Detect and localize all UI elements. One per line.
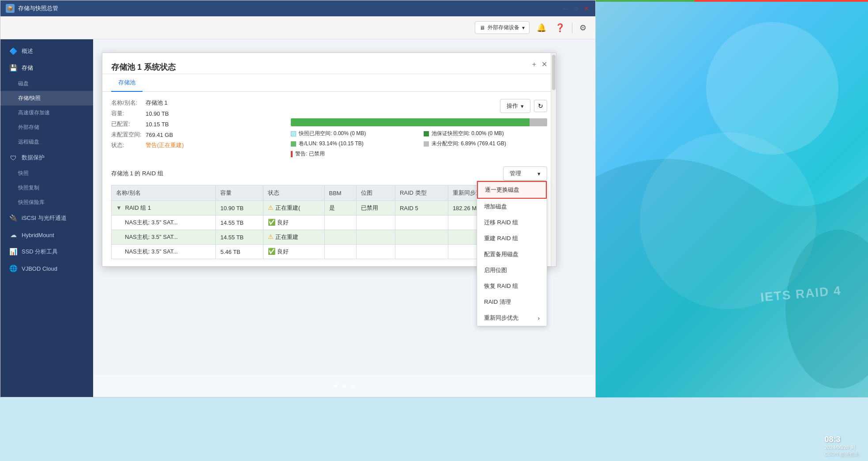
table-cell-status: ⚠ 正在重建	[263, 230, 324, 245]
dialog-title: 存储池 1 系统状态	[111, 62, 176, 72]
col-header-bitmap: 位图	[356, 185, 395, 201]
storage-viz: 快照已用空间: 0.00% (0 MB) 池保证快照空间: 0.00% (0 M…	[291, 118, 547, 158]
sidebar-item-disk[interactable]: 磁盘	[0, 76, 93, 91]
legend-grid: 快照已用空间: 0.00% (0 MB) 池保证快照空间: 0.00% (0 M…	[291, 130, 547, 158]
table-cell-bitmap	[356, 230, 395, 245]
table-cell-raid-type	[395, 215, 448, 230]
dropdown-item-rebuild-raid[interactable]: 重建 RAID 组	[477, 230, 547, 246]
legend-dot-dark-green	[424, 131, 429, 136]
hybrid-icon: ☁	[9, 231, 17, 239]
clock-date: 2024/06/28 周	[825, 444, 859, 451]
help-button[interactable]: ❓	[553, 21, 567, 34]
dialog-plus-button[interactable]: +	[532, 60, 536, 68]
sidebar-item-remote-disk[interactable]: 远程磁盘	[0, 135, 93, 149]
ssd-icon: 📊	[9, 248, 17, 256]
legend-snapshot-used-label: 快照已用空间: 0.00% (0 MB)	[299, 130, 366, 137]
status-label: 状态:	[111, 141, 142, 149]
table-cell-bitmap: 已禁用	[356, 201, 395, 215]
manage-dropdown: 逐一更换磁盘 增加磁盘 迁移 RAID 组 重建 RAID 组	[477, 181, 547, 326]
table-cell-status: ✅ 良好	[263, 245, 324, 259]
sidebar-item-hybrid[interactable]: ☁ HybridMount	[0, 227, 93, 243]
manage-btn-label: 管理	[510, 170, 521, 178]
dialog-close-button[interactable]: ✕	[541, 60, 547, 68]
clock-area: 08:3 2024/06/28 周 CSDN @清色生	[825, 435, 859, 457]
table-cell-capacity: 14.55 TB	[216, 215, 263, 230]
bg-svg	[596, 0, 868, 397]
sidebar-item-storage-snapshot[interactable]: 存储/快照	[0, 91, 93, 106]
legend-warning: 警告: 已禁用	[291, 150, 414, 158]
sidebar-item-iscsi[interactable]: 🔌 iSCSI 与光纤通道	[0, 210, 93, 227]
maximize-button[interactable]: □	[572, 5, 579, 12]
sidebar-item-snapshot-vault[interactable]: 快照保险库	[0, 195, 93, 210]
action-chevron-icon: ▾	[521, 103, 524, 110]
table-cell-name: NAS主机: 3.5" SAT...	[112, 215, 216, 230]
legend-pool-guaranteed: 池保证快照空间: 0.00% (0 MB)	[424, 130, 547, 137]
sidebar-item-cache[interactable]: 高速缓存加速	[0, 106, 93, 120]
dialog-header-icons: + ✕	[532, 60, 547, 68]
toolbar-right: 🖥 外部存储设备 ▾ 🔔 ❓ ⚙	[475, 21, 588, 34]
sidebar-item-ssd[interactable]: 📊 SSD 分析工具	[0, 243, 93, 260]
dropdown-item-raid-clean[interactable]: RAID 清理	[477, 294, 547, 310]
dialog: 存储池 1 系统状态 + ✕ 存储池	[102, 53, 556, 267]
action-button[interactable]: 操作 ▾	[500, 99, 530, 113]
raid-section-title: 存储池 1 的 RAID 组	[111, 170, 163, 178]
sidebar-label-iscsi: iSCSI 与光纤通道	[22, 214, 67, 222]
minimize-button[interactable]: —	[562, 5, 569, 12]
dropdown-item-resync-priority[interactable]: 重新同步优先 ›	[477, 310, 547, 326]
dot-nav-1[interactable]	[334, 384, 337, 388]
dialog-scrollbar[interactable]	[551, 53, 556, 266]
dropdown-item-restore-raid[interactable]: 恢复 RAID 组	[477, 278, 547, 294]
sidebar-item-storage[interactable]: 💾 存储	[0, 60, 93, 76]
ext-storage-label: 外部存储设备	[488, 24, 519, 31]
app-title: 存储与快照总管	[18, 4, 562, 12]
table-cell-bbm	[324, 245, 356, 259]
info-row-allocated: 已配置: 10.15 TB	[111, 120, 282, 128]
settings-button[interactable]: ⚙	[578, 21, 588, 34]
status-good-icon: ✅	[268, 219, 275, 226]
table-cell-raid-type	[395, 230, 448, 245]
right-viz: 操作 ▾ ↻	[291, 99, 547, 163]
col-header-name: 名称/别名	[112, 185, 216, 201]
refresh-button[interactable]: ↻	[534, 100, 547, 112]
dropdown-item-add-label: 增加磁盘	[484, 203, 507, 211]
tab-pool[interactable]: 存储池	[111, 74, 143, 92]
manage-button[interactable]: 管理 ▾	[503, 166, 547, 181]
table-cell-status: ⚠ 正在重建(	[263, 201, 324, 215]
legend-dot-red	[291, 151, 293, 157]
table-cell-raid-type	[395, 245, 448, 259]
sidebar-label-snapshot-copy: 快照复制	[18, 184, 39, 192]
dropdown-item-migrate-raid[interactable]: 迁移 RAID 组	[477, 215, 547, 230]
status-value: 警告(正在重建)	[146, 141, 184, 149]
dot-nav-2[interactable]	[342, 384, 346, 388]
col-header-raid-type: RAID 类型	[395, 185, 448, 201]
raid-group-name: RAID 组 1	[125, 204, 151, 211]
dot-nav-3[interactable]	[351, 384, 355, 388]
sidebar-item-snapshot-copy[interactable]: 快照复制	[0, 181, 93, 195]
iets-raid-text: IETS RAID 4	[760, 283, 842, 305]
table-cell-bitmap	[356, 215, 395, 230]
submenu-arrow-icon: ›	[538, 315, 540, 321]
sidebar-item-snapshot[interactable]: 快照	[0, 166, 93, 181]
action-btn-label: 操作	[507, 102, 518, 110]
sidebar-item-vjbod[interactable]: 🌐 VJBOD Cloud	[0, 260, 93, 277]
close-button[interactable]: ✕	[583, 5, 590, 12]
legend-warning-label: 警告: 已禁用	[295, 150, 325, 158]
expand-icon: ▼	[116, 204, 122, 211]
title-bar: 📦 存储与快照总管 — □ ✕	[0, 0, 595, 16]
dropdown-item-enable-bitmap[interactable]: 启用位图	[477, 262, 547, 278]
dropdown-item-replace-disk[interactable]: 逐一更换磁盘	[477, 181, 547, 199]
sidebar-item-data-protection[interactable]: 🛡 数据保护	[0, 149, 93, 166]
alert-button[interactable]: 🔔	[535, 21, 548, 34]
dropdown-item-add-disk[interactable]: 增加磁盘	[477, 199, 547, 215]
legend-pool-guaranteed-label: 池保证快照空间: 0.00% (0 MB)	[432, 130, 504, 137]
legend-vol-lun-label: 卷/LUN: 93.14% (10.15 TB)	[299, 140, 364, 147]
sidebar-label-remote-disk: 远程磁盘	[18, 138, 39, 146]
action-bar: 操作 ▾ ↻	[291, 99, 547, 113]
col-header-capacity: 容量	[216, 185, 263, 201]
sidebar-item-ext-storage[interactable]: 外部存储	[0, 120, 93, 135]
dropdown-item-config-spare[interactable]: 配置备用磁盘	[477, 246, 547, 262]
sidebar-item-overview[interactable]: 🔷 概述	[0, 43, 93, 60]
sidebar-label-ssd: SSD 分析工具	[22, 248, 58, 256]
status-good-icon: ✅	[268, 248, 275, 255]
ext-storage-button[interactable]: 🖥 外部存储设备 ▾	[475, 21, 530, 34]
